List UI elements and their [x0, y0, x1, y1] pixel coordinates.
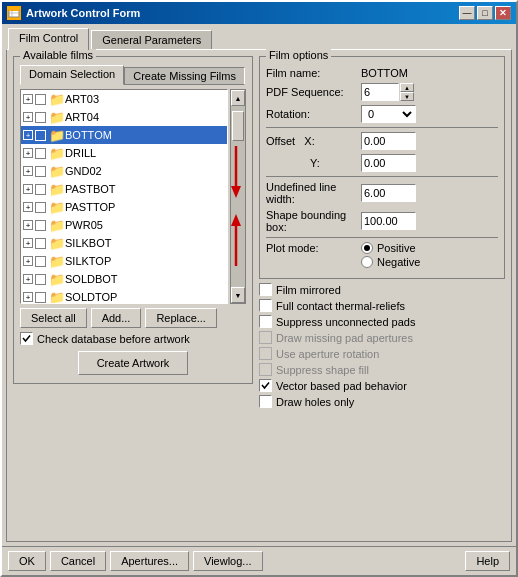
film-checkbox[interactable] — [35, 184, 46, 195]
vector-based-checkbox[interactable] — [259, 379, 272, 392]
list-item[interactable]: + 📁 PWR05 — [21, 216, 227, 234]
sub-tab-create-missing[interactable]: Create Missing Films — [124, 67, 245, 85]
film-checkbox[interactable] — [35, 202, 46, 213]
option-draw-holes: Draw holes only — [259, 395, 505, 408]
expand-icon[interactable]: + — [23, 166, 33, 176]
main-window: Artwork Control Form — □ ✕ Film Control … — [0, 0, 518, 577]
separator2 — [266, 176, 498, 177]
expand-icon[interactable]: + — [23, 112, 33, 122]
aperture-rotation-checkbox[interactable] — [259, 347, 272, 360]
replace-button[interactable]: Replace... — [145, 308, 217, 328]
list-item[interactable]: + 📁 GND02 — [21, 162, 227, 180]
scroll-up-button[interactable]: ▲ — [231, 90, 245, 106]
bottom-bar: OK Cancel Apertures... Viewlog... Help — [2, 546, 516, 575]
undefined-line-width-input[interactable] — [361, 184, 416, 202]
sub-tab-domain-selection[interactable]: Domain Selection — [20, 65, 124, 85]
list-item[interactable]: + 📁 PASTBOT — [21, 180, 227, 198]
select-all-button[interactable]: Select all — [20, 308, 87, 328]
full-contact-checkbox[interactable] — [259, 299, 272, 312]
expand-icon[interactable]: + — [23, 148, 33, 158]
negative-radio[interactable] — [361, 256, 373, 268]
option-vector-based: Vector based pad behavior — [259, 379, 505, 392]
cancel-button[interactable]: Cancel — [50, 551, 106, 571]
expand-icon[interactable]: + — [23, 202, 33, 212]
left-panel: Available films Domain Selection Create … — [13, 56, 253, 535]
folder-icon: 📁 — [49, 146, 65, 161]
film-checkbox[interactable] — [35, 220, 46, 231]
option-full-contact: Full contact thermal-reliefs — [259, 299, 505, 312]
film-checkbox[interactable] — [35, 130, 46, 141]
ok-button[interactable]: OK — [8, 551, 46, 571]
suppress-shape-checkbox[interactable] — [259, 363, 272, 376]
apertures-button[interactable]: Apertures... — [110, 551, 189, 571]
film-name-label: Film name: — [266, 67, 361, 79]
scroll-track[interactable] — [231, 106, 245, 287]
help-button[interactable]: Help — [465, 551, 510, 571]
list-item[interactable]: + 📁 SILKTOP — [21, 252, 227, 270]
list-item[interactable]: + 📁 SILKBOT — [21, 234, 227, 252]
film-checkbox[interactable] — [35, 292, 46, 303]
expand-icon[interactable]: + — [23, 220, 33, 230]
tab-film-control[interactable]: Film Control — [8, 28, 89, 50]
close-button[interactable]: ✕ — [495, 6, 511, 20]
options-list: Film mirrored Full contact thermal-relie… — [259, 283, 505, 408]
expand-icon[interactable]: + — [23, 292, 33, 302]
expand-icon[interactable]: + — [23, 184, 33, 194]
title-buttons: — □ ✕ — [459, 6, 511, 20]
maximize-button[interactable]: □ — [477, 6, 493, 20]
plot-mode-group: Positive Negative — [361, 242, 420, 268]
list-item[interactable]: + 📁 ART04 — [21, 108, 227, 126]
expand-icon[interactable]: + — [23, 238, 33, 248]
svg-rect-0 — [9, 10, 19, 17]
create-artwork-button[interactable]: Create Artwork — [78, 351, 188, 375]
list-item[interactable]: + 📁 BOTTOM — [21, 126, 227, 144]
scroll-down-button[interactable]: ▼ — [231, 287, 245, 303]
film-mirrored-checkbox[interactable] — [259, 283, 272, 296]
list-item[interactable]: + 📁 SOLDTOP — [21, 288, 227, 304]
film-checkbox[interactable] — [35, 166, 46, 177]
tab-content: Available films Domain Selection Create … — [6, 49, 512, 542]
film-checkbox[interactable] — [35, 94, 46, 105]
list-item[interactable]: + 📁 ART03 — [21, 90, 227, 108]
expand-icon[interactable]: + — [23, 256, 33, 266]
film-options-group: Film options Film name: BOTTOM PDF Seque… — [259, 56, 505, 279]
film-checkbox[interactable] — [35, 256, 46, 267]
add-button[interactable]: Add... — [91, 308, 142, 328]
spinner-down[interactable]: ▼ — [400, 92, 414, 101]
expand-icon[interactable]: + — [23, 130, 33, 140]
film-checkbox[interactable] — [35, 148, 46, 159]
draw-missing-checkbox[interactable] — [259, 331, 272, 344]
tab-general-parameters[interactable]: General Parameters — [91, 30, 212, 49]
film-options-label: Film options — [266, 49, 331, 61]
positive-radio[interactable] — [361, 242, 373, 254]
expand-icon[interactable]: + — [23, 274, 33, 284]
film-checkbox[interactable] — [35, 112, 46, 123]
spinner-up[interactable]: ▲ — [400, 83, 414, 92]
viewlog-button[interactable]: Viewlog... — [193, 551, 263, 571]
list-item[interactable]: + 📁 PASTTOP — [21, 198, 227, 216]
pdf-sequence-spinner: ▲ ▼ — [400, 83, 414, 101]
film-checkbox[interactable] — [35, 238, 46, 249]
film-list[interactable]: + 📁 ART03 + 📁 ART04 + — [20, 89, 228, 304]
film-name-value: BOTTOM — [361, 67, 408, 79]
shape-bounding-box-input[interactable] — [361, 212, 416, 230]
scrollbar-vertical[interactable]: ▲ — [230, 89, 246, 304]
list-item[interactable]: + 📁 DRILL — [21, 144, 227, 162]
check-db-checkbox[interactable] — [20, 332, 33, 345]
suppress-unconnected-checkbox[interactable] — [259, 315, 272, 328]
folder-icon: 📁 — [49, 290, 65, 305]
checkmark-icon — [261, 381, 270, 390]
pdf-sequence-row: PDF Sequence: ▲ ▼ — [266, 83, 498, 101]
rotation-select[interactable]: 0 90 180 270 — [361, 105, 416, 123]
offset-y-input[interactable] — [361, 154, 416, 172]
film-checkbox[interactable] — [35, 274, 46, 285]
pdf-sequence-input[interactable] — [361, 83, 399, 101]
suppress-unconnected-label: Suppress unconnected pads — [276, 316, 415, 328]
minimize-button[interactable]: — — [459, 6, 475, 20]
offset-x-input[interactable] — [361, 132, 416, 150]
suppress-shape-label: Suppress shape fill — [276, 364, 369, 376]
expand-icon[interactable]: + — [23, 94, 33, 104]
list-item[interactable]: + 📁 SOLDBOT — [21, 270, 227, 288]
pdf-sequence-label: PDF Sequence: — [266, 86, 361, 98]
draw-holes-checkbox[interactable] — [259, 395, 272, 408]
